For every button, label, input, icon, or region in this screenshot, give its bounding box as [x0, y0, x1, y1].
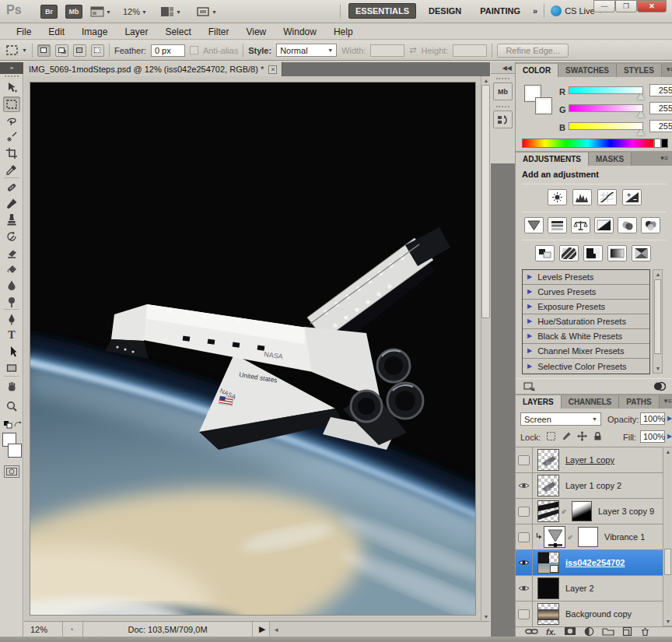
scroll-down-icon[interactable]: ▼: [481, 612, 491, 621]
expand-triangle-icon[interactable]: ▶: [523, 300, 537, 314]
menu-filter[interactable]: Filter: [200, 24, 238, 40]
tab-styles[interactable]: STYLES: [617, 64, 662, 77]
layer-row[interactable]: 🜚 Layer 3 copy 9: [516, 499, 663, 524]
screen-mode-control[interactable]: ▼: [196, 5, 217, 19]
tool-hand[interactable]: [3, 379, 20, 395]
tool-preset-picker[interactable]: ▼: [5, 44, 27, 57]
vibrance-icon[interactable]: [524, 217, 544, 233]
channel-mixer-icon[interactable]: [641, 217, 660, 233]
channel-g-value[interactable]: 255: [649, 102, 672, 114]
curves-icon[interactable]: [597, 189, 617, 205]
tool-clone-stamp[interactable]: [3, 212, 20, 228]
visibility-toggle[interactable]: [516, 602, 533, 627]
tool-zoom[interactable]: [3, 398, 20, 414]
layer-name[interactable]: Layer 2: [565, 584, 594, 593]
mini-bridge-panel-button[interactable]: Mb: [493, 82, 513, 100]
anti-alias-checkbox[interactable]: [190, 46, 198, 54]
menu-layer[interactable]: Layer: [116, 24, 156, 40]
tool-history-brush[interactable]: [3, 229, 20, 244]
layer-row[interactable]: Layer 2: [516, 576, 663, 602]
height-input[interactable]: [453, 44, 487, 57]
selective-color-icon[interactable]: [632, 245, 651, 261]
blend-mode-select[interactable]: Screen ▼: [520, 412, 601, 426]
layer-thumbnail[interactable]: [537, 475, 559, 496]
expand-triangle-icon[interactable]: ▶: [523, 344, 537, 358]
opacity-value[interactable]: 100%: [640, 412, 665, 425]
document-tab[interactable]: IMG_5069-1modSteps.psd @ 12% (iss042e254…: [24, 62, 282, 76]
layer-name[interactable]: Layer 3 copy 9: [598, 507, 654, 516]
layer-style-icon[interactable]: fx.: [546, 627, 556, 637]
layer-thumbnail[interactable]: [537, 577, 559, 599]
feather-input[interactable]: 0 px: [151, 44, 185, 57]
visibility-toggle[interactable]: [516, 499, 533, 524]
menu-edit[interactable]: Edit: [40, 24, 73, 40]
preset-row[interactable]: ▶Selective Color Presets: [523, 359, 649, 374]
preset-row[interactable]: ▶Hue/Saturation Presets: [523, 314, 649, 329]
channel-r-value[interactable]: 255: [649, 84, 672, 96]
adjustment-thumbnail[interactable]: [544, 526, 565, 548]
arrange-documents-control[interactable]: ▼: [160, 5, 181, 19]
scroll-down-icon[interactable]: ▼: [653, 364, 663, 373]
tool-lasso[interactable]: [3, 113, 20, 128]
tool-path-selection[interactable]: [3, 344, 20, 360]
tool-dodge[interactable]: [3, 294, 20, 310]
dock-grip[interactable]: [496, 106, 509, 107]
tab-swatches[interactable]: SWATCHES: [558, 64, 617, 77]
panel-menu-icon[interactable]: ▾≡: [660, 394, 672, 409]
workspace-design[interactable]: DESIGN: [422, 4, 467, 18]
selection-intersect-button[interactable]: [91, 44, 104, 57]
color-spectrum-ramp[interactable]: [522, 139, 654, 148]
layer-row-selected[interactable]: iss042e254702: [516, 550, 663, 576]
mini-bridge-button[interactable]: Mb: [65, 5, 82, 19]
tool-crop[interactable]: [3, 146, 20, 161]
workspace-essentials[interactable]: ESSENTIALS: [348, 3, 416, 19]
bridge-button[interactable]: Br: [40, 5, 58, 19]
layer-name[interactable]: iss042e254702: [565, 558, 625, 567]
scroll-up-icon[interactable]: ▲: [653, 270, 663, 279]
tool-eyedropper[interactable]: [3, 162, 20, 177]
channel-r-slider[interactable]: [569, 86, 643, 94]
layers-scroll-thumb[interactable]: [664, 549, 671, 575]
preset-row[interactable]: ▶Exposure Presets: [523, 300, 649, 314]
channel-b-slider-handle[interactable]: [637, 129, 645, 135]
menu-window[interactable]: Window: [275, 24, 325, 40]
panel-menu-icon[interactable]: ▾≡: [662, 62, 672, 77]
canvas-image[interactable]: NASA United states NASA: [30, 82, 476, 616]
preset-row[interactable]: ▶Levels Presets: [523, 270, 649, 285]
close-button[interactable]: ✕: [637, 0, 667, 12]
menu-view[interactable]: View: [237, 24, 275, 40]
swap-colors-icon[interactable]: [13, 420, 23, 431]
workspace-overflow-chevron[interactable]: »: [533, 6, 537, 16]
fill-value[interactable]: 100%: [640, 430, 665, 443]
minimize-button[interactable]: —: [593, 0, 615, 12]
expand-triangle-icon[interactable]: ▶: [523, 360, 537, 374]
scroll-left-icon[interactable]: ◂: [270, 626, 278, 633]
dock-collapse-icon[interactable]: ◀◀: [491, 62, 515, 74]
tool-type[interactable]: T: [3, 328, 20, 343]
tools-grip[interactable]: [5, 75, 19, 77]
tab-paths[interactable]: PATHS: [619, 395, 659, 409]
brightness-contrast-icon[interactable]: [548, 189, 567, 205]
new-group-icon[interactable]: [602, 626, 614, 637]
channel-b-slider[interactable]: [569, 122, 643, 130]
lock-pixels-icon[interactable]: [561, 430, 572, 441]
workspace-painting[interactable]: PAINTING: [474, 4, 527, 18]
quick-mask-button[interactable]: [4, 465, 19, 478]
tab-color[interactable]: COLOR: [516, 64, 558, 77]
layers-scrollbar[interactable]: ▲ ▼: [663, 447, 672, 626]
layer-thumbnail[interactable]: [537, 552, 559, 574]
panel-menu-icon[interactable]: ▾≡: [656, 151, 672, 166]
channel-b-value[interactable]: 255: [649, 120, 672, 132]
presets-scrollbar[interactable]: ▲ ▼: [653, 269, 663, 374]
selection-add-button[interactable]: [55, 44, 68, 57]
zoom-level-control[interactable]: 12% ▼: [123, 5, 147, 19]
scroll-up-icon[interactable]: ▲: [481, 76, 491, 85]
invert-icon[interactable]: [535, 245, 555, 261]
expand-triangle-icon[interactable]: ▶: [523, 285, 537, 299]
scroll-down-icon[interactable]: ▼: [663, 617, 672, 626]
photo-filter-icon[interactable]: [618, 217, 637, 233]
scroll-up-icon[interactable]: ▲: [663, 447, 672, 456]
visibility-toggle[interactable]: [516, 576, 533, 602]
lock-transparent-icon[interactable]: [545, 430, 556, 441]
layer-thumbnail[interactable]: [537, 449, 559, 471]
